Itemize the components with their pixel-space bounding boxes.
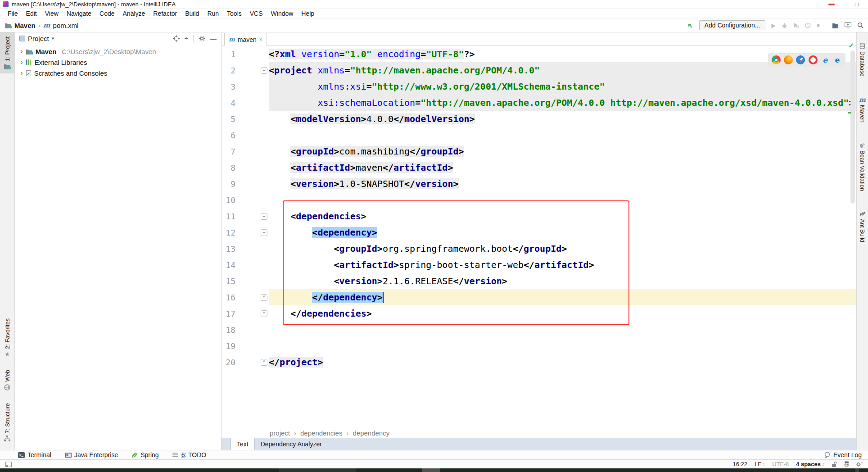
editor-tab-maven[interactable]: m maven × <box>224 33 267 46</box>
code-line-4[interactable]: 4 xsi:schemaLocation="http://maven.apach… <box>222 95 856 111</box>
toggle-tool-windows-icon[interactable] <box>5 462 12 467</box>
tool-button-6-todo[interactable]: 6: TODO <box>172 451 207 458</box>
menu-item-edit[interactable]: Edit <box>22 10 41 17</box>
code-line-16[interactable]: 16^ </dependency> <box>222 289 856 305</box>
stripe-tab-maven[interactable]: mMaven <box>857 92 868 127</box>
chevron-right-icon[interactable]: › <box>20 47 23 55</box>
project-structure-icon[interactable] <box>832 23 839 28</box>
hector-icon[interactable] <box>844 461 850 467</box>
stripe-tab-1-project[interactable]: 1: Project <box>0 32 14 73</box>
tree-item-external-libraries[interactable]: ›External Libraries <box>15 57 221 68</box>
menu-item-code[interactable]: Code <box>95 10 118 17</box>
error-stripe-mark[interactable] <box>848 112 851 113</box>
project-view-selector[interactable]: Project <box>28 35 49 42</box>
editor-scrollbar[interactable] <box>850 50 855 204</box>
code-line-6[interactable]: 6 <box>222 127 856 143</box>
fold-collapse-icon[interactable]: − <box>261 229 267 236</box>
opera-icon[interactable] <box>809 55 818 64</box>
code-line-18[interactable]: 18 <box>222 322 856 338</box>
line-number: 13 <box>222 244 240 254</box>
stripe-tab-ant-build[interactable]: Ant Build <box>857 207 868 246</box>
code-editor[interactable]: 1<?xml version="1.0" encoding="UTF-8"?>2… <box>222 46 856 428</box>
indent-selector[interactable]: 4 spaces↕ <box>796 461 824 467</box>
menu-item-build[interactable]: Build <box>181 10 203 17</box>
tree-item-scratches-and-consoles[interactable]: ›Scratches and Consoles <box>15 68 221 78</box>
code-line-8[interactable]: 8 <artifactId>maven</artifactId> <box>222 159 856 176</box>
code-line-1[interactable]: 1<?xml version="1.0" encoding="UTF-8"?> <box>222 46 856 62</box>
fold-collapse-icon[interactable]: − <box>261 213 267 220</box>
stripe-tab-database[interactable]: Database <box>857 39 868 81</box>
chevron-down-icon[interactable]: ▾ <box>52 36 54 41</box>
close-tab-icon[interactable]: × <box>259 36 262 43</box>
code-line-10[interactable]: 10 <box>222 192 856 208</box>
stripe-tab-2-favorites[interactable]: 2: Favorites★ <box>4 314 11 361</box>
stripe-tab-7-structure[interactable]: 7: Structure <box>4 399 11 445</box>
menu-item-refactor[interactable]: Refactor <box>149 10 181 17</box>
menu-item-help[interactable]: Help <box>297 10 318 17</box>
menu-item-analyze[interactable]: Analyze <box>119 10 149 17</box>
code-line-3[interactable]: 3 xmlns:xsi="http://www.w3.org/2001/XMLS… <box>222 78 856 95</box>
ie-icon[interactable]: e <box>821 55 830 64</box>
tool-button-terminal[interactable]: Terminal <box>18 451 51 458</box>
fold-end-icon[interactable]: ^ <box>261 359 267 366</box>
firefox-icon[interactable] <box>784 55 793 64</box>
updates-icon[interactable]: ? <box>856 461 863 467</box>
menu-item-vcs[interactable]: VCS <box>246 10 267 17</box>
breadcrumb-module[interactable]: Maven <box>14 22 36 29</box>
code-line-19[interactable]: 19 <box>222 338 856 354</box>
stripe-tab-web[interactable]: Web <box>4 366 11 395</box>
menu-item-tools[interactable]: Tools <box>223 10 246 17</box>
add-configuration-button[interactable]: Add Configuration... <box>699 20 766 30</box>
settings-icon[interactable] <box>199 35 205 42</box>
fold-end-icon[interactable]: ^ <box>261 310 267 317</box>
code-line-17[interactable]: 17^ </dependencies> <box>222 305 856 322</box>
file-encoding[interactable]: UTF-8 <box>772 461 789 467</box>
search-icon[interactable] <box>857 22 863 28</box>
code-line-11[interactable]: 11− <dependencies> <box>222 208 856 224</box>
run-targets-icon[interactable] <box>845 22 851 28</box>
code-line-9[interactable]: 9 <version>1.0-SNAPSHOT</version> <box>222 176 856 192</box>
edge-icon[interactable]: e <box>833 55 842 64</box>
stripe-tab-bean-validation[interactable]: Bean Validation <box>857 138 868 195</box>
code-line-12[interactable]: 12− <dependency> <box>222 224 856 241</box>
fold-collapse-icon[interactable]: − <box>261 67 267 74</box>
menu-item-run[interactable]: Run <box>203 10 223 17</box>
maximize-button[interactable]: □ <box>848 0 865 9</box>
line-separator-selector[interactable]: LF↕ <box>755 461 765 467</box>
code-line-13[interactable]: 13 <groupId>org.springframework.boot</gr… <box>222 241 856 257</box>
code-line-15[interactable]: 15 <version>2.1.6.RELEASE</version> <box>222 273 856 289</box>
menu-item-navigate[interactable]: Navigate <box>63 10 95 17</box>
ant-icon <box>859 211 866 217</box>
tool-button-spring[interactable]: Spring <box>131 451 158 458</box>
tool-button-event-log[interactable]: Event Log <box>824 451 862 458</box>
view-tab-dependency-analyzer[interactable]: Dependency Analyzer <box>255 438 328 450</box>
fold-end-icon[interactable]: ^ <box>261 294 267 301</box>
view-tab-text[interactable]: Text <box>231 438 255 450</box>
chevron-right-icon[interactable]: › <box>20 58 23 66</box>
tree-item-maven[interactable]: ›MavenC:\Users\zjw_2\Desktop\Maven <box>15 46 221 57</box>
tool-button-java-enterprise[interactable]: Java Enterprise <box>65 451 118 458</box>
chrome-icon[interactable] <box>772 55 781 64</box>
caret-position[interactable]: 16:22 <box>733 461 748 467</box>
xml-breadcrumb-dependency[interactable]: dependency <box>353 429 389 437</box>
code-line-2[interactable]: 2−<project xmlns="http://maven.apache.or… <box>222 62 856 78</box>
build-icon[interactable] <box>687 22 693 29</box>
code-line-5[interactable]: 5 <modelVersion>4.0.0</modelVersion> <box>222 111 856 127</box>
unlock-icon[interactable] <box>832 461 837 467</box>
code-line-20[interactable]: 20^</project> <box>222 354 856 370</box>
collapse-all-icon[interactable]: ÷ <box>185 35 188 42</box>
menu-item-window[interactable]: Window <box>267 10 298 17</box>
inspections-ok-icon[interactable]: ✓ <box>848 41 854 50</box>
code-line-7[interactable]: 7 <groupId>com.mashibing</groupId> <box>222 143 856 159</box>
menu-item-file[interactable]: File <box>4 10 22 17</box>
chevron-right-icon[interactable]: › <box>20 69 23 77</box>
breadcrumb-file[interactable]: pom.xml <box>53 22 79 29</box>
xml-breadcrumb-project[interactable]: project <box>270 429 290 437</box>
xml-breadcrumb-dependencies[interactable]: dependencies <box>300 429 342 437</box>
locate-icon[interactable] <box>173 35 180 42</box>
hide-icon[interactable]: — <box>210 36 217 42</box>
safari-icon[interactable] <box>796 55 805 64</box>
module-folder-icon <box>5 23 12 28</box>
code-line-14[interactable]: 14 <artifactId>spring-boot-starter-web</… <box>222 257 856 273</box>
menu-item-view[interactable]: View <box>41 10 63 17</box>
